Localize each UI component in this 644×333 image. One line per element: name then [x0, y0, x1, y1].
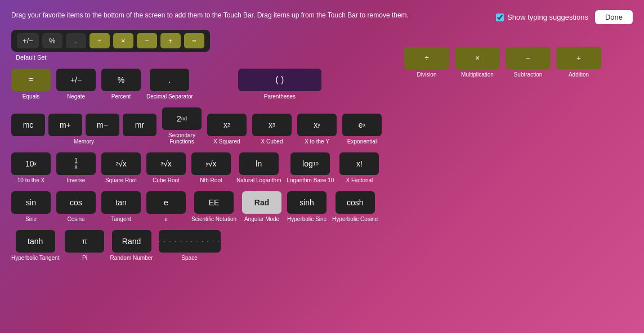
add-btn[interactable]: + [556, 47, 601, 69]
tanh-label: Hyperbolic Tangent [11, 255, 59, 261]
ds-negate[interactable]: +/− [17, 33, 39, 48]
sub-btn[interactable]: − [506, 47, 551, 69]
sqrt-label: Square Root [105, 177, 137, 183]
log10-item: log10 Logarithm Base 10 [287, 152, 334, 183]
ds-percent[interactable]: % [42, 33, 62, 48]
xsquared-btn[interactable]: x2 [207, 114, 247, 136]
instruction-text: Drag your favorite items to the bottom o… [11, 10, 409, 20]
equals-btn[interactable]: = [11, 69, 51, 91]
tan-item: tan Tangent [101, 191, 141, 222]
ee-label: Scientific Notation [191, 216, 236, 222]
cos-btn[interactable]: cos [56, 191, 96, 214]
ee-item: EE Scientific Notation [191, 191, 236, 222]
percent-label: Percent [111, 93, 131, 100]
e-btn[interactable]: e [146, 191, 186, 214]
memory-buttons: mc m+ m− mr [11, 114, 156, 136]
rand-btn[interactable]: Rand [112, 230, 151, 253]
mminus-btn[interactable]: m− [86, 114, 119, 136]
sin-item: sin Sine [11, 191, 51, 222]
decimal-label: Decimal Separator [146, 93, 193, 100]
secondary-label: SecondaryFunctions [168, 132, 195, 145]
default-set-bar: +/− % . ÷ × − + = [11, 30, 210, 52]
pi-btn[interactable]: π [65, 230, 104, 253]
memory-label: Memory [74, 138, 94, 145]
mplus-btn[interactable]: m+ [48, 114, 82, 136]
mr-btn[interactable]: mr [123, 114, 156, 136]
10x-btn[interactable]: 10x [11, 152, 51, 175]
xcubed-btn[interactable]: x3 [252, 114, 292, 136]
ln-label: Natural Logarithm [236, 177, 281, 183]
show-typing-label[interactable]: Show typing suggestions [496, 13, 588, 21]
row3: 10x 10 to the X 1x Inverse 2√x Square Ro… [11, 152, 382, 183]
mul-label: Multiplication [461, 71, 494, 78]
sqrt-item: 2√x Square Root [101, 152, 141, 183]
percent-item: % Percent [101, 69, 141, 100]
ds-divide[interactable]: ÷ [90, 33, 110, 48]
sqrt-btn[interactable]: 2√x [101, 152, 141, 175]
secondary-btn[interactable]: 2nd [162, 107, 202, 130]
equals-item: = Equals [11, 69, 51, 100]
paren-btn[interactable]: ( ) [238, 69, 321, 91]
space-item: · · · · · · · · · · · · Space [159, 230, 221, 261]
tan-btn[interactable]: tan [101, 191, 141, 214]
exponential-label: Exponential [347, 138, 377, 145]
exponential-btn[interactable]: ex [342, 114, 382, 136]
negate-item: +/− Negate [56, 69, 96, 100]
ds-equals[interactable]: = [184, 33, 204, 48]
div-btn[interactable]: ÷ [404, 47, 449, 69]
cbrt-item: 3√x Cube Root [146, 152, 186, 183]
xsquared-item: x2 X Squared [207, 114, 247, 145]
mul-item: × Multiplication [455, 47, 500, 78]
paren-item: ( ) Parentheses [238, 69, 321, 100]
decimal-btn[interactable]: . [150, 69, 189, 91]
sin-label: Sine [25, 216, 37, 222]
rad-btn[interactable]: Rad [242, 191, 281, 214]
memory-group: mc m+ m− mr Memory [11, 114, 156, 145]
left-panel: +/− % . ÷ × − + = Default Set = Equals [11, 30, 382, 261]
percent-btn[interactable]: % [101, 69, 141, 91]
row1: = Equals +/− Negate % Percent . Decimal … [11, 69, 382, 100]
e-label: e [164, 216, 168, 222]
decimal-item: . Decimal Separator [146, 69, 193, 100]
cosh-btn[interactable]: cosh [336, 191, 375, 214]
10x-item: 10x 10 to the X [11, 152, 51, 183]
row2: mc m+ m− mr Memory 2nd SecondaryFunction… [11, 107, 382, 145]
e-item: e e [146, 191, 186, 222]
equals-label: Equals [23, 93, 40, 100]
nthroot-item: y√x Nth Root [191, 152, 231, 183]
ds-decimal[interactable]: . [66, 33, 86, 48]
log10-btn[interactable]: log10 [290, 152, 330, 175]
nthroot-btn[interactable]: y√x [191, 152, 231, 175]
inverse-item: 1x Inverse [56, 152, 96, 183]
inverse-label: Inverse [67, 177, 86, 183]
cbrt-btn[interactable]: 3√x [146, 152, 186, 175]
ds-multiply[interactable]: × [113, 33, 133, 48]
secondary-item: 2nd SecondaryFunctions [162, 107, 202, 145]
exponential-item: ex Exponential [342, 114, 382, 145]
inverse-btn[interactable]: 1x [56, 152, 96, 175]
cosh-item: cosh Hyperbolic Cosine [332, 191, 378, 222]
ds-subtract[interactable]: − [137, 33, 157, 48]
top-controls: Show typing suggestions Done [496, 10, 633, 24]
row4: sin Sine cos Cosine tan Tangent e e EE [11, 191, 382, 222]
tanh-btn[interactable]: tanh [16, 230, 55, 253]
done-button[interactable]: Done [595, 10, 633, 24]
ln-btn[interactable]: ln [239, 152, 279, 175]
default-set-label: Default Set [16, 54, 46, 61]
show-typing-checkbox[interactable] [496, 14, 504, 21]
mc-btn[interactable]: mc [11, 114, 45, 136]
sin-btn[interactable]: sin [11, 191, 51, 214]
cos-label: Cosine [67, 216, 84, 222]
negate-btn[interactable]: +/− [56, 69, 96, 91]
mul-btn[interactable]: × [455, 47, 500, 69]
xtoy-btn[interactable]: xy [297, 114, 337, 136]
pi-label: Pi [82, 255, 87, 261]
space-btn[interactable]: · · · · · · · · · · · · [159, 230, 221, 253]
sinh-btn[interactable]: sinh [287, 191, 327, 214]
space-label: Space [181, 255, 197, 261]
ee-btn[interactable]: EE [194, 191, 234, 214]
ds-add[interactable]: + [160, 33, 181, 48]
xfact-btn[interactable]: x! [339, 152, 379, 175]
ln-item: ln Natural Logarithm [236, 152, 281, 183]
10x-label: 10 to the X [17, 177, 44, 183]
